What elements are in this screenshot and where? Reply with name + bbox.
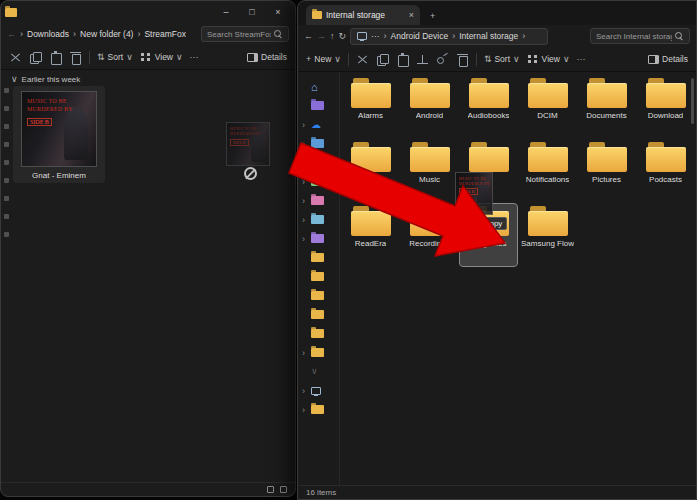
view-button[interactable]: View ∨ <box>140 51 183 63</box>
sidebar-item-folder[interactable] <box>298 324 339 343</box>
sidebar-item-folder[interactable]: › <box>298 343 339 362</box>
folder-item[interactable]: Download <box>637 76 694 138</box>
group-header[interactable]: ∨ Earlier this week <box>1 70 295 84</box>
folder-item[interactable]: Pictures <box>578 140 635 202</box>
details-button[interactable]: Details <box>247 52 287 62</box>
sidebar-item-home[interactable]: ⌂ <box>298 77 339 96</box>
folder-item[interactable]: Music <box>401 140 458 202</box>
address-bar[interactable]: ··· › Android Device › Internal storage … <box>350 28 548 45</box>
forward-icon[interactable]: → <box>317 32 326 41</box>
search-input[interactable] <box>207 30 271 39</box>
plus-icon: + <box>306 55 311 64</box>
folder-item[interactable]: Samsung Flow <box>519 204 576 266</box>
sidebar-item-gallery[interactable] <box>298 96 339 115</box>
thumbnail-view-toggle-icon[interactable] <box>280 486 287 493</box>
address-overflow[interactable]: ··· <box>371 31 380 41</box>
sort-button[interactable]: ⇅ Sort ∨ <box>97 52 133 62</box>
pinned-item-icon[interactable] <box>4 160 9 165</box>
sidebar-item-documents[interactable]: › <box>298 153 339 172</box>
tab-close-icon[interactable]: × <box>409 11 414 20</box>
sidebar-item-folder[interactable] <box>298 248 339 267</box>
folder-item[interactable]: Podcasts <box>637 140 694 202</box>
pinned-item-icon[interactable] <box>4 88 9 93</box>
tab-bar: Internal storage × + <box>298 1 696 25</box>
details-view-toggle-icon[interactable] <box>267 486 274 493</box>
sidebar-scroll-down[interactable]: ∨ <box>298 362 339 381</box>
file-name: Gnat - Eminem <box>32 171 86 180</box>
pinned-item-icon[interactable] <box>4 124 9 129</box>
sidebar-item-folder[interactable] <box>298 267 339 286</box>
more-button[interactable]: ··· <box>190 53 199 62</box>
search-input[interactable] <box>596 32 672 41</box>
back-icon[interactable]: ← <box>7 30 16 39</box>
sidebar-item-folder[interactable] <box>298 286 339 305</box>
pinned-item-icon[interactable] <box>4 232 9 237</box>
sort-button[interactable]: ⇅ Sort ∨ <box>484 54 520 64</box>
pinned-item-icon[interactable] <box>4 178 9 183</box>
breadcrumb-downloads[interactable]: Downloads <box>27 29 69 39</box>
new-tab-button[interactable]: + <box>430 12 435 21</box>
sidebar-item-videos[interactable]: › <box>298 229 339 248</box>
music-icon <box>311 196 324 205</box>
sidebar-item-this-pc[interactable]: › <box>298 381 339 400</box>
left-titlebar[interactable]: – □ × <box>1 1 295 23</box>
breadcrumb-new-folder[interactable]: New folder (4) <box>80 29 133 39</box>
sidebar-item-folder[interactable]: › <box>298 400 339 419</box>
maximize-button[interactable]: □ <box>239 3 265 21</box>
folder-icon <box>351 206 391 236</box>
copy-icon[interactable] <box>29 51 42 64</box>
delete-icon[interactable] <box>456 53 469 66</box>
close-button[interactable]: × <box>265 3 291 21</box>
delete-icon[interactable] <box>69 51 82 64</box>
folder-icon <box>469 78 509 108</box>
sidebar-item-onedrive[interactable]: ›☁ <box>298 115 339 134</box>
sidebar-item-desktop[interactable]: › <box>298 134 339 153</box>
folder-icon <box>646 142 686 172</box>
search-box[interactable] <box>201 26 289 42</box>
folder-item[interactable]: ReadEra <box>342 204 399 266</box>
copy-icon[interactable] <box>376 53 389 66</box>
folder-item[interactable]: DCIM <box>519 76 576 138</box>
search-icon <box>675 32 684 41</box>
cut-icon[interactable] <box>356 53 369 66</box>
rename-icon[interactable] <box>416 53 429 66</box>
folder-item[interactable]: Audiobooks <box>460 76 517 138</box>
cut-icon[interactable] <box>9 51 22 64</box>
sidebar-item-folder[interactable] <box>298 305 339 324</box>
folder-item[interactable]: Notifications <box>519 140 576 202</box>
file-tile[interactable]: MUSIC TO BE MURDERED BY SIDE B Gnat - Em… <box>13 86 105 183</box>
tab-internal-storage[interactable]: Internal storage × <box>306 5 420 25</box>
folder-item[interactable]: Movies <box>342 140 399 202</box>
details-button[interactable]: Details <box>648 54 688 64</box>
address-internal-storage[interactable]: Internal storage <box>459 31 518 41</box>
share-icon[interactable] <box>436 53 449 66</box>
view-button[interactable]: View ∨ <box>527 53 570 65</box>
sidebar-item-downloads[interactable]: › <box>298 172 339 191</box>
folder-icon <box>351 142 391 172</box>
folder-item[interactable]: Android <box>401 76 458 138</box>
pinned-item-icon[interactable] <box>4 106 9 111</box>
address-android-device[interactable]: Android Device <box>391 31 449 41</box>
new-button[interactable]: + New ∨ <box>306 54 341 64</box>
refresh-icon[interactable]: ↻ <box>339 32 347 41</box>
minimize-button[interactable]: – <box>213 3 239 21</box>
folder-item[interactable]: Recordings <box>401 204 458 266</box>
sidebar-item-music[interactable]: › <box>298 191 339 210</box>
paste-icon[interactable] <box>396 53 409 66</box>
breadcrumb-streamfox[interactable]: StreamFox <box>144 29 186 39</box>
pinned-item-icon[interactable] <box>4 142 9 147</box>
folder-item[interactable]: Documents <box>578 76 635 138</box>
pictures-icon <box>311 215 324 224</box>
more-button[interactable]: ··· <box>576 55 585 64</box>
chevron-right-icon: › <box>302 215 308 225</box>
up-icon[interactable]: ↑ <box>330 32 335 41</box>
back-icon[interactable]: ← <box>304 32 313 41</box>
folder-item[interactable]: Alarms <box>342 76 399 138</box>
pinned-item-icon[interactable] <box>4 214 9 219</box>
pinned-item-icon[interactable] <box>4 196 9 201</box>
sidebar-item-pictures[interactable]: › <box>298 210 339 229</box>
folder-grid: Alarms Android Audiobooks DCIM Documents… <box>342 76 694 266</box>
search-box[interactable] <box>590 28 690 44</box>
paste-icon[interactable] <box>49 51 62 64</box>
chevron-right-icon: › <box>522 32 525 41</box>
